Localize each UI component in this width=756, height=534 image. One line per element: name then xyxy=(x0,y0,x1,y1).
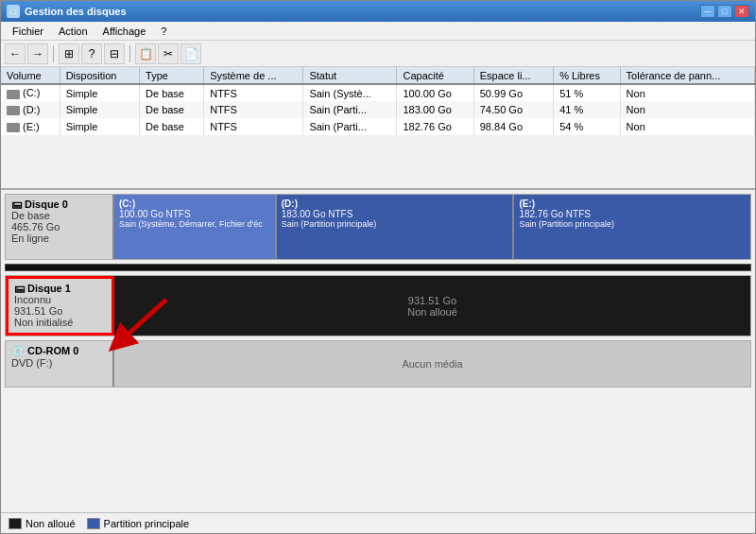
table-row[interactable]: (D:) Simple De base NTFS Sain (Parti... … xyxy=(1,101,755,118)
cdrom0-label: 💿 CD-ROM 0 DVD (F:) xyxy=(6,341,114,387)
cell-percent: 51 % xyxy=(554,84,620,101)
paste-button[interactable]: 📄 xyxy=(180,43,201,64)
disk1-row: 🖴 Disque 1 Inconnu 931.51 Go Non initial… xyxy=(5,275,751,336)
legend-primary-color xyxy=(87,518,100,529)
cell-capacity: 183.00 Go xyxy=(397,101,473,118)
cdrom0-type: DVD (F:) xyxy=(11,357,107,369)
disk0-status: En ligne xyxy=(11,233,107,244)
disk1-name: 🖴 Disque 1 xyxy=(14,283,106,294)
disk-view: 🖴 Disque 0 De base 465.76 Go En ligne (C… xyxy=(1,190,755,391)
disk0-name: 🖴 Disque 0 xyxy=(11,198,107,210)
disk-view-scroll[interactable]: 🖴 Disque 0 De base 465.76 Go En ligne (C… xyxy=(1,190,755,512)
menu-action[interactable]: Action xyxy=(51,24,95,39)
partition-e-status: Sain (Partition principale) xyxy=(519,219,746,229)
col-status[interactable]: Statut xyxy=(303,67,397,84)
col-type[interactable]: Type xyxy=(140,67,204,84)
col-filesystem[interactable]: Système de ... xyxy=(204,67,303,84)
col-capacity[interactable]: Capacité xyxy=(397,67,473,84)
partition-c-size: 100.00 Go NTFS xyxy=(119,209,270,219)
cell-filesystem: NTFS xyxy=(204,84,303,101)
maximize-button[interactable]: □ xyxy=(717,5,732,18)
cell-type: De base xyxy=(140,84,204,101)
cell-type: De base xyxy=(140,118,204,135)
cell-free: 50.99 Go xyxy=(473,84,553,101)
cell-status: Sain (Systè... xyxy=(303,84,397,101)
partition-e[interactable]: (E:) 182.76 Go NTFS Sain (Partition prin… xyxy=(514,195,750,259)
cell-volume: (E:) xyxy=(1,118,60,135)
disk0-partitions: (C:) 100.00 Go NTFS Sain (Système, Démar… xyxy=(114,195,750,259)
cdrom0-media-label: Aucun média xyxy=(402,358,462,370)
cell-filesystem: NTFS xyxy=(204,101,303,118)
col-free[interactable]: Espace li... xyxy=(473,67,553,84)
window-controls: ─ □ ✕ xyxy=(700,5,749,18)
cell-free: 98.84 Go xyxy=(473,118,553,135)
table-row[interactable]: (E:) Simple De base NTFS Sain (Parti... … xyxy=(1,118,755,135)
window-title: Gestion des disques xyxy=(25,6,127,17)
legend-bar: Non alloué Partition principale xyxy=(1,512,755,533)
cell-percent: 41 % xyxy=(554,101,620,118)
menu-help[interactable]: ? xyxy=(153,24,174,39)
toolbar: ← → ⊞ ? ⊟ 📋 ✂ 📄 xyxy=(1,41,755,67)
cell-type: De base xyxy=(140,101,204,118)
cell-capacity: 100.00 Go xyxy=(397,84,473,101)
legend-primary-label: Partition principale xyxy=(104,518,190,529)
main-window: 💿 Gestion des disques ─ □ ✕ Fichier Acti… xyxy=(0,0,756,534)
partition-e-size: 182.76 Go NTFS xyxy=(519,209,746,219)
properties-button[interactable]: ⊞ xyxy=(59,43,79,64)
disk1-type: Inconnu xyxy=(14,294,106,305)
close-button[interactable]: ✕ xyxy=(734,5,749,18)
unallocated-bar xyxy=(5,264,751,271)
col-tolerance[interactable]: Tolérance de pann... xyxy=(620,67,754,84)
partition-d[interactable]: (D:) 183.00 Go NTFS Sain (Partition prin… xyxy=(277,195,515,259)
disk1-label: 🖴 Disque 1 Inconnu 931.51 Go Non initial… xyxy=(6,276,114,336)
copy-button[interactable]: 📋 xyxy=(135,43,156,64)
partition-d-name: (D:) xyxy=(282,198,508,209)
disk1-size: 931.51 Go xyxy=(14,305,106,317)
back-button[interactable]: ← xyxy=(5,43,26,64)
menu-fichier[interactable]: Fichier xyxy=(5,24,51,39)
cut-button[interactable]: ✂ xyxy=(158,43,179,64)
disk1-unallocated[interactable]: 931.51 Go Non alloué xyxy=(114,276,750,336)
window-icon: 💿 xyxy=(7,5,20,18)
disk1-status: Non initialisé xyxy=(14,317,106,328)
cell-status: Sain (Parti... xyxy=(303,101,397,118)
minimize-button[interactable]: ─ xyxy=(700,5,715,18)
disk0-type: De base xyxy=(11,210,107,221)
cell-capacity: 182.76 Go xyxy=(397,118,473,135)
toolbar-separator-2 xyxy=(129,45,130,62)
cell-tolerance: Non xyxy=(620,84,754,101)
legend-unallocated-label: Non alloué xyxy=(26,518,76,529)
table-row[interactable]: (C:) Simple De base NTFS Sain (Systè... … xyxy=(1,84,755,101)
menu-affichage[interactable]: Affichage xyxy=(95,24,154,39)
disk0-label: 🖴 Disque 0 De base 465.76 Go En ligne xyxy=(6,195,114,259)
volume-table-area[interactable]: Volume Disposition Type Système de ... S… xyxy=(1,67,755,190)
cell-free: 74.50 Go xyxy=(473,101,553,118)
list-view-button[interactable]: ⊟ xyxy=(104,43,125,64)
menu-bar: Fichier Action Affichage ? xyxy=(1,22,755,41)
partition-d-size: 183.00 Go NTFS xyxy=(282,209,508,219)
partition-c[interactable]: (C:) 100.00 Go NTFS Sain (Système, Démar… xyxy=(114,195,277,259)
cell-tolerance: Non xyxy=(620,118,754,135)
disk1-unalloc-size: 931.51 Go xyxy=(408,295,456,306)
cdrom0-name: 💿 CD-ROM 0 xyxy=(11,345,107,357)
col-volume[interactable]: Volume xyxy=(1,67,60,84)
cdrom0-media: Aucun média xyxy=(114,341,750,387)
legend-primary: Partition principale xyxy=(87,518,190,529)
main-content: Volume Disposition Type Système de ... S… xyxy=(1,67,755,533)
cell-filesystem: NTFS xyxy=(204,118,303,135)
legend-unallocated-color xyxy=(9,518,22,529)
partition-c-status: Sain (Système, Démarrer, Fichier d'éc xyxy=(119,219,270,229)
disk0-row: 🖴 Disque 0 De base 465.76 Go En ligne (C… xyxy=(5,194,751,260)
cell-volume: (D:) xyxy=(1,101,60,118)
toolbar-separator-1 xyxy=(53,45,54,62)
cell-volume: (C:) xyxy=(1,84,60,101)
col-disposition[interactable]: Disposition xyxy=(60,67,139,84)
col-percent[interactable]: % Libres xyxy=(554,67,620,84)
cdrom0-row: 💿 CD-ROM 0 DVD (F:) Aucun média xyxy=(5,340,751,388)
legend-unallocated: Non alloué xyxy=(9,518,76,529)
cell-percent: 54 % xyxy=(554,118,620,135)
disk1-unalloc-label: Non alloué xyxy=(407,306,457,318)
help-button[interactable]: ? xyxy=(81,43,102,64)
title-bar: 💿 Gestion des disques ─ □ ✕ xyxy=(1,1,755,22)
forward-button[interactable]: → xyxy=(27,43,48,64)
